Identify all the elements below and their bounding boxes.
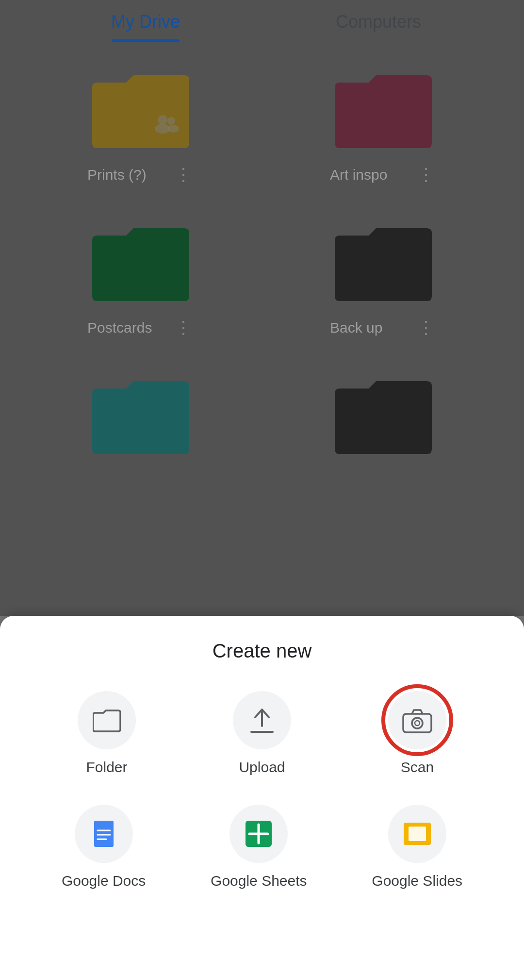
folder-prints[interactable]: Prints (?) ⋮ xyxy=(29,63,252,187)
folder-art-inspo[interactable]: Art inspo ⋮ xyxy=(272,63,495,187)
option-google-sheets-circle xyxy=(229,805,288,863)
bottom-sheet: Create new Folder Upload xyxy=(0,616,524,980)
folder-postcards[interactable]: Postcards ⋮ xyxy=(29,216,252,340)
option-google-slides[interactable]: Google Slides xyxy=(372,805,462,889)
folder-more-icon[interactable]: ⋮ xyxy=(173,163,194,187)
upload-icon xyxy=(249,706,275,735)
create-options-row-1: Folder Upload xyxy=(29,691,495,776)
option-scan[interactable]: Scan xyxy=(388,691,446,776)
folder-backup[interactable]: Back up ⋮ xyxy=(272,216,495,340)
svg-point-0 xyxy=(158,115,167,125)
folder-outline-icon xyxy=(93,708,121,732)
svg-point-8 xyxy=(415,721,420,726)
option-google-docs[interactable]: Google Docs xyxy=(62,805,146,889)
tab-bar: My Drive Computers xyxy=(0,0,524,44)
tab-my-drive[interactable]: My Drive xyxy=(29,2,262,42)
google-docs-icon xyxy=(93,820,115,848)
bottom-sheet-title: Create new xyxy=(29,640,495,662)
tab-computers[interactable]: Computers xyxy=(262,2,495,42)
option-google-docs-circle xyxy=(75,805,133,863)
svg-point-2 xyxy=(167,117,175,125)
option-google-slides-circle xyxy=(388,805,446,863)
svg-point-7 xyxy=(412,718,423,728)
folder-more-icon[interactable]: ⋮ xyxy=(415,316,437,340)
option-google-sheets[interactable]: Google Sheets xyxy=(211,805,307,889)
svg-point-3 xyxy=(167,125,179,133)
svg-rect-17 xyxy=(409,827,426,841)
svg-rect-9 xyxy=(94,821,114,847)
folder-dark2[interactable] xyxy=(272,369,495,469)
create-options-row-2: Google Docs Google Sheets xyxy=(29,805,495,889)
option-scan-circle xyxy=(388,691,446,749)
svg-rect-6 xyxy=(403,714,431,732)
folder-more-icon[interactable]: ⋮ xyxy=(415,163,437,187)
option-folder-circle xyxy=(78,691,136,749)
option-folder[interactable]: Folder xyxy=(78,691,136,776)
option-upload[interactable]: Upload xyxy=(233,691,291,776)
drive-grid: Prints (?) ⋮ Art inspo ⋮ Postcards ⋮ xyxy=(0,44,524,488)
folder-more-icon[interactable]: ⋮ xyxy=(173,316,194,340)
camera-icon xyxy=(402,707,432,733)
google-slides-icon xyxy=(403,822,432,846)
folder-teal[interactable] xyxy=(29,369,252,469)
google-sheets-icon xyxy=(245,820,273,848)
option-upload-circle xyxy=(233,691,291,749)
